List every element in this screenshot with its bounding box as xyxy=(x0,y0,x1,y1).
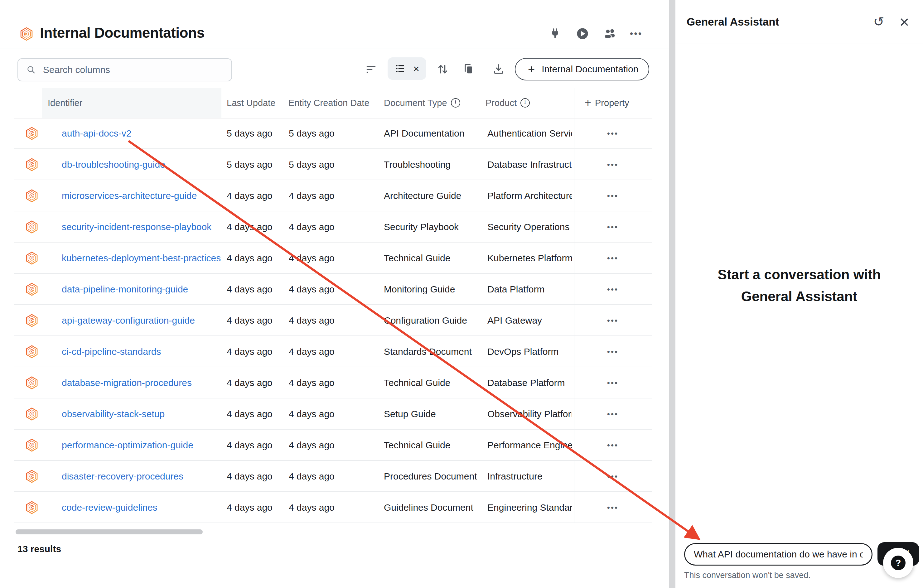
identifier-link[interactable]: auth-api-docs-v2 xyxy=(62,128,131,139)
row-actions-icon[interactable]: ••• xyxy=(604,376,621,390)
identifier-cell: api-gateway-configuration-guide xyxy=(62,305,195,336)
search-input[interactable] xyxy=(43,64,218,76)
close-panel-icon[interactable]: × xyxy=(895,13,913,31)
play-circle-icon[interactable] xyxy=(574,25,591,43)
sort-icon[interactable] xyxy=(434,60,452,79)
row-actions-icon[interactable]: ••• xyxy=(604,407,621,421)
identifier-link[interactable]: security-incident-response-playbook xyxy=(62,222,212,232)
identifier-cell: microservices-architecture-guide xyxy=(62,180,197,211)
new-internal-documentation-button[interactable]: + Internal Documentation xyxy=(515,58,649,80)
row-actions-icon[interactable]: ••• xyxy=(604,158,621,171)
table-row: disaster-recovery-procedures 4 days ago … xyxy=(0,461,669,492)
document-type-cell: Technical Guide xyxy=(384,367,477,398)
row-actions-icon[interactable]: ••• xyxy=(604,251,621,265)
row-actions-icon[interactable]: ••• xyxy=(604,127,621,140)
identifier-cell: db-troubleshooting-guide xyxy=(62,149,165,180)
last-update-cell: 4 days ago xyxy=(227,492,273,523)
identifier-link[interactable]: database-migration-procedures xyxy=(62,378,192,388)
identifier-link[interactable]: performance-optimization-guide xyxy=(62,440,193,450)
entity-creation-date-cell: 4 days ago xyxy=(289,430,335,461)
row-actions-icon[interactable]: ••• xyxy=(604,314,621,327)
download-icon[interactable] xyxy=(489,60,508,79)
identifier-link[interactable]: disaster-recovery-procedures xyxy=(62,471,183,482)
document-type-cell: Technical Guide xyxy=(384,430,477,461)
reset-conversation-icon[interactable]: ↺ xyxy=(870,13,887,31)
more-options-icon[interactable]: ••• xyxy=(627,25,645,43)
identifier-link[interactable]: kubernetes-deployment-best-practices xyxy=(62,253,221,263)
table-body: auth-api-docs-v2 5 days ago 5 days ago A… xyxy=(0,118,669,523)
document-hexagon-icon xyxy=(25,336,39,367)
table-row: performance-optimization-guide 4 days ag… xyxy=(0,430,669,461)
column-header-product[interactable]: Product i xyxy=(486,88,530,118)
column-header-document-type[interactable]: Document Type i xyxy=(384,88,460,118)
table-row: security-incident-response-playbook 4 da… xyxy=(0,211,669,243)
identifier-link[interactable]: api-gateway-configuration-guide xyxy=(62,315,195,326)
plug-icon[interactable] xyxy=(546,25,564,43)
document-type-cell: Guidelines Document xyxy=(384,492,477,523)
last-update-cell: 4 days ago xyxy=(227,336,273,367)
identifier-link[interactable]: code-review-guidelines xyxy=(62,502,158,513)
last-update-cell: 5 days ago xyxy=(227,149,273,180)
copy-icon[interactable] xyxy=(459,60,478,79)
entity-creation-date-cell: 4 days ago xyxy=(289,211,335,243)
identifier-link[interactable]: observability-stack-setup xyxy=(62,409,165,419)
row-actions-icon[interactable]: ••• xyxy=(604,189,621,203)
document-hexagon-icon xyxy=(25,398,39,430)
row-actions-icon[interactable]: ••• xyxy=(604,470,621,483)
identifier-link[interactable]: data-pipeline-monitoring-guide xyxy=(62,284,188,295)
panel-header-divider xyxy=(675,44,923,44)
last-update-cell: 4 days ago xyxy=(227,305,273,336)
filter-icon[interactable] xyxy=(362,60,380,79)
identifier-cell: code-review-guidelines xyxy=(62,492,158,523)
last-update-cell: 4 days ago xyxy=(227,180,273,211)
document-type-cell: Troubleshooting xyxy=(384,149,477,180)
identifier-link[interactable]: microservices-architecture-guide xyxy=(62,191,197,201)
document-type-cell: Architecture Guide xyxy=(384,180,477,211)
last-update-cell: 4 days ago xyxy=(227,398,273,430)
vertical-scrollbar[interactable] xyxy=(669,0,675,588)
search-icon xyxy=(26,64,37,76)
product-cell: Performance Engineering xyxy=(488,430,572,461)
product-cell: Observability Platform xyxy=(488,398,572,430)
clear-view-icon[interactable]: × xyxy=(413,63,419,74)
help-button[interactable]: ? xyxy=(883,548,913,578)
last-update-cell: 4 days ago xyxy=(227,367,273,398)
last-update-cell: 4 days ago xyxy=(227,461,273,492)
row-actions-icon[interactable]: ••• xyxy=(604,345,621,358)
row-actions-icon[interactable]: ••• xyxy=(604,283,621,296)
conversation-disclaimer: This conversation won't be saved. xyxy=(684,570,811,580)
identifier-link[interactable]: db-troubleshooting-guide xyxy=(62,159,165,170)
document-hexagon-icon xyxy=(25,274,39,305)
entity-creation-date-cell: 4 days ago xyxy=(289,274,335,305)
document-hexagon-icon xyxy=(25,118,39,149)
column-header-identifier[interactable]: Identifier xyxy=(48,88,82,118)
horizontal-scrollbar[interactable] xyxy=(16,529,203,534)
assistant-message-input[interactable] xyxy=(684,543,872,565)
identifier-cell: security-incident-response-playbook xyxy=(62,211,212,243)
people-icon[interactable] xyxy=(601,25,619,43)
add-property-button[interactable]: + Property xyxy=(585,88,629,118)
assistant-empty-state: Start a conversation with General Assist… xyxy=(675,264,923,307)
row-actions-icon[interactable]: ••• xyxy=(604,439,621,452)
identifier-link[interactable]: ci-cd-pipeline-standards xyxy=(62,347,161,357)
product-cell: API Gateway xyxy=(488,305,572,336)
identifier-cell: ci-cd-pipeline-standards xyxy=(62,336,161,367)
row-actions-icon[interactable]: ••• xyxy=(604,501,621,514)
table-row: db-troubleshooting-guide 5 days ago 5 da… xyxy=(0,149,669,180)
document-hexagon-icon xyxy=(25,461,39,492)
list-view-icon[interactable] xyxy=(394,62,406,74)
product-cell: Data Platform xyxy=(488,274,572,305)
column-header-last-update[interactable]: Last Update xyxy=(227,88,275,118)
last-update-cell: 4 days ago xyxy=(227,274,273,305)
search-columns-box[interactable] xyxy=(18,58,232,81)
entity-creation-date-cell: 5 days ago xyxy=(289,118,335,149)
product-cell: Database Platform xyxy=(488,367,572,398)
identifier-cell: auth-api-docs-v2 xyxy=(62,118,131,149)
document-type-cell: Configuration Guide xyxy=(384,305,477,336)
plus-icon: + xyxy=(528,63,535,75)
document-hexagon-icon xyxy=(25,149,39,180)
table-row: auth-api-docs-v2 5 days ago 5 days ago A… xyxy=(0,118,669,149)
row-actions-icon[interactable]: ••• xyxy=(604,220,621,234)
column-header-entity-creation-date[interactable]: Entity Creation Date xyxy=(288,88,370,118)
identifier-cell: kubernetes-deployment-best-practices xyxy=(62,243,221,274)
